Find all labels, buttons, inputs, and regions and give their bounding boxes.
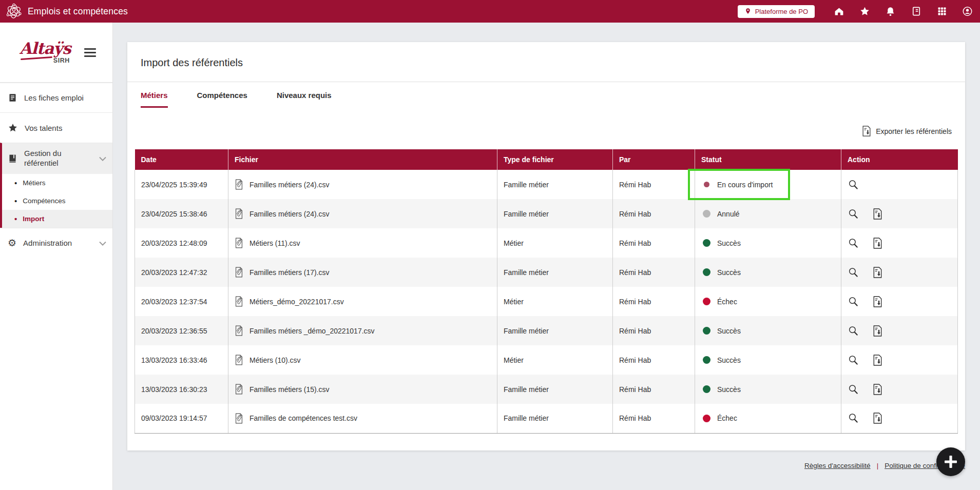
plus-icon xyxy=(943,454,958,469)
book-icon xyxy=(8,153,17,163)
footer-separator: | xyxy=(877,462,879,469)
table-row: 23/04/2025 15:39:49 Familles métiers (24… xyxy=(135,170,958,199)
file-attachment-icon xyxy=(235,413,243,424)
file-name-label: Familles métiers (24).csv xyxy=(249,181,330,189)
sidebar-item-vos-talents[interactable]: Vos talents xyxy=(0,112,112,143)
status-dot xyxy=(703,268,710,276)
footer: Règles d'accessibilité | Politique de co… xyxy=(127,462,965,469)
sidebar-group-gestion: Gestion du référentiel • Métiers • Compé… xyxy=(0,143,112,228)
apps-grid-icon[interactable] xyxy=(936,6,947,17)
file-name-label: Familles de compétences test.csv xyxy=(249,414,357,422)
sidebar-item-import[interactable]: • Import xyxy=(2,210,112,228)
cell-date: 23/04/2025 15:38:46 xyxy=(135,199,228,228)
file-name-label: Métiers (10).csv xyxy=(249,356,301,364)
cell-date: 23/04/2025 15:39:49 xyxy=(135,170,228,199)
col-statut: Statut xyxy=(695,149,841,170)
cell-date: 13/03/2023 16:30:23 xyxy=(135,375,228,404)
atom-logo-icon xyxy=(5,3,23,20)
download-report-button[interactable] xyxy=(873,384,882,395)
download-report-button[interactable] xyxy=(873,413,882,424)
col-date: Date xyxy=(135,149,228,170)
sidebar-item-fiches-emploi[interactable]: Les fiches emploi xyxy=(0,83,112,112)
chevron-down-icon xyxy=(99,239,106,247)
download-report-button[interactable] xyxy=(873,267,882,278)
status-cell: Échec xyxy=(695,404,841,433)
view-details-button[interactable] xyxy=(848,325,859,337)
table-row: 23/04/2025 15:38:46 Familles métiers (24… xyxy=(135,199,958,228)
tab-metiers[interactable]: Métiers xyxy=(141,91,168,108)
status-label: Succès xyxy=(717,239,741,247)
cell-type: Famille métier xyxy=(497,199,613,228)
file-name-label: Familles métiers _démo_20221017.csv xyxy=(249,327,375,335)
table-row: 13/03/2023 16:33:46 Métiers (10).csv Mét… xyxy=(135,345,958,375)
file-attachment-icon xyxy=(235,238,243,248)
status-cell: En cours d'import xyxy=(695,170,841,199)
download-report-button[interactable] xyxy=(873,355,882,366)
download-report-button[interactable] xyxy=(873,325,882,337)
home-icon[interactable] xyxy=(834,6,844,17)
view-details-button[interactable] xyxy=(848,267,859,278)
sidebar-item-metiers[interactable]: • Métiers xyxy=(2,174,112,192)
cell-type: Métier xyxy=(497,228,613,258)
view-details-button[interactable] xyxy=(848,296,859,307)
user-account-icon[interactable] xyxy=(962,6,973,17)
status-dot xyxy=(703,327,710,335)
status-dot xyxy=(703,385,710,393)
status-label: Succès xyxy=(717,356,741,364)
view-details-button[interactable] xyxy=(848,384,859,395)
cell-date: 20/03/2023 12:36:55 xyxy=(135,316,228,345)
view-details-button[interactable] xyxy=(848,238,859,249)
favorites-star-icon[interactable] xyxy=(859,6,870,17)
view-details-button[interactable] xyxy=(848,413,859,424)
notifications-bell-icon[interactable] xyxy=(885,6,896,17)
download-report-button[interactable] xyxy=(873,296,882,307)
tab-competences[interactable]: Compétences xyxy=(197,91,247,108)
sidebar-item-competences[interactable]: • Compétences xyxy=(2,192,112,210)
cell-par: Rémi Hab xyxy=(613,375,695,404)
tab-niveaux-requis[interactable]: Niveaux requis xyxy=(277,91,332,108)
bullet-icon: • xyxy=(14,214,17,223)
download-report-button[interactable] xyxy=(873,208,882,220)
file-attachment-icon xyxy=(235,179,243,190)
documentation-book-icon[interactable] xyxy=(911,6,921,17)
sidebar-item-gestion-referentiel[interactable]: Gestion du référentiel xyxy=(2,143,112,174)
table-row: 09/03/2023 19:14:57 Familles de compéten… xyxy=(135,404,958,433)
file-attachment-icon xyxy=(235,325,243,336)
download-report-button[interactable] xyxy=(873,238,882,249)
file-attachment-icon xyxy=(235,384,243,395)
sidebar-item-administration[interactable]: ⚙ Administration xyxy=(0,228,112,258)
export-referentiels-button[interactable]: Exporter les référentiels xyxy=(862,126,952,136)
page-title: Import des référentiels xyxy=(127,42,965,82)
cell-date: 13/03/2023 16:33:46 xyxy=(135,345,228,375)
status-label: Échec xyxy=(717,298,737,306)
location-pin-icon xyxy=(744,8,752,15)
cell-date: 09/03/2023 19:14:57 xyxy=(135,404,228,433)
file-name-label: Familles métiers (24).csv xyxy=(249,210,330,218)
import-table-body: 23/04/2025 15:39:49 Familles métiers (24… xyxy=(135,170,958,433)
menu-hamburger-icon[interactable] xyxy=(84,48,96,57)
cell-par: Rémi Hab xyxy=(613,199,695,228)
cell-type: Métier xyxy=(497,345,613,375)
platform-button[interactable]: Plateforme de PO xyxy=(738,5,815,18)
status-dot xyxy=(703,239,710,247)
status-label: En cours d'import xyxy=(717,181,773,189)
cell-par: Rémi Hab xyxy=(613,258,695,287)
view-details-button[interactable] xyxy=(848,208,859,220)
col-type: Type de fichier xyxy=(497,149,613,170)
cell-type: Famille métier xyxy=(497,258,613,287)
table-row: 20/03/2023 12:48:09 Métiers (11).csv Mét… xyxy=(135,228,958,258)
cell-date: 20/03/2023 12:47:32 xyxy=(135,258,228,287)
status-label: Succès xyxy=(717,327,741,335)
status-cell: Annulé xyxy=(695,199,841,228)
view-details-button[interactable] xyxy=(848,355,859,366)
cell-par: Rémi Hab xyxy=(613,404,695,433)
file-attachment-icon xyxy=(235,267,243,278)
view-details-button[interactable] xyxy=(848,179,859,190)
status-label: Succès xyxy=(717,385,741,394)
add-button[interactable] xyxy=(936,447,965,476)
file-name-label: Familles métiers (15).csv xyxy=(249,385,330,394)
accessibility-link[interactable]: Règles d'accessibilité xyxy=(804,462,871,469)
table-row: 20/03/2023 12:36:55 Familles métiers _dé… xyxy=(135,316,958,345)
file-attachment-icon xyxy=(235,355,243,365)
file-attachment-icon xyxy=(235,296,243,307)
